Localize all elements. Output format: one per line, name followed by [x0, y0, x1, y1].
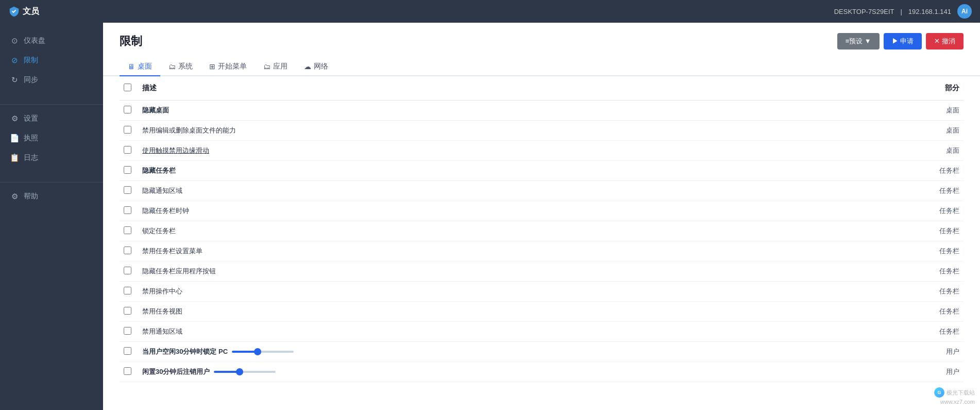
sidebar-label-sync: 同步	[24, 75, 38, 85]
dashboard-icon: ⊙	[10, 37, 19, 45]
avatar[interactable]: Ai	[957, 4, 972, 19]
col-description: 描述	[138, 76, 922, 101]
row-description-text: 使用触摸禁用边缘滑动	[142, 146, 209, 154]
restrictions-icon: ⊘	[10, 56, 19, 64]
sidebar-label-settings: 设置	[24, 114, 38, 123]
row-5-checkbox[interactable]	[124, 186, 131, 194]
preset-button[interactable]: ≡预设 ▼	[837, 33, 880, 50]
watermark-logo: G 极光下载站	[934, 387, 975, 398]
desktop-tab-label: 桌面	[138, 62, 152, 71]
divider1	[0, 104, 103, 105]
divider2	[0, 182, 103, 183]
row-description-text: 隐藏任务栏	[142, 167, 176, 174]
start-menu-tab-label: 开始菜单	[218, 62, 247, 71]
table-row: 禁用任务视图任务栏	[120, 302, 964, 322]
spacer1	[0, 90, 103, 100]
tabs: 🖥 桌面 🗂 系统 ⊞ 开始菜单 🗂 应用 ☁ 网络	[103, 50, 980, 76]
row-7-checkbox[interactable]	[124, 226, 131, 234]
row-section: 任务栏	[922, 161, 964, 181]
hostname: DESKTOP-7S29EIT	[834, 8, 894, 15]
row-checkbox-cell	[120, 101, 138, 121]
row-2-checkbox[interactable]	[124, 126, 131, 134]
tab-system[interactable]: 🗂 系统	[160, 58, 201, 76]
sidebar-item-sync[interactable]: ↻ 同步	[0, 70, 103, 90]
row-description: 禁用操作中心	[138, 282, 922, 302]
header-actions: ≡预设 ▼ ▶ 申请 ✕ 撤消	[837, 33, 964, 50]
row-description: 当用户空闲30分钟时锁定 PC	[138, 342, 922, 362]
row-description-text: 禁用通知区域	[142, 327, 182, 335]
spacer2	[0, 168, 103, 178]
sidebar-item-restrictions[interactable]: ⊘ 限制	[0, 51, 103, 70]
select-all-checkbox[interactable]	[124, 84, 131, 91]
row-13-slider[interactable]	[232, 351, 294, 353]
row-6-checkbox[interactable]	[124, 206, 131, 214]
table-row: 隐藏任务栏任务栏	[120, 161, 964, 181]
row-description: 使用触摸禁用边缘滑动	[138, 141, 922, 161]
app-title: 文员	[23, 6, 39, 17]
row-checkbox-cell	[120, 282, 138, 302]
row-checkbox-cell	[120, 121, 138, 141]
row-description-text: 隐藏任务栏应用程序按钮	[142, 267, 216, 275]
row-3-checkbox[interactable]	[124, 146, 131, 154]
row-checkbox-cell	[120, 221, 138, 241]
network-tab-icon: ☁	[304, 62, 311, 71]
sidebar-item-license[interactable]: 📄 执照	[0, 128, 103, 148]
page-title: 限制	[120, 34, 142, 49]
row-9-checkbox[interactable]	[124, 267, 131, 274]
table-row: 锁定任务栏任务栏	[120, 221, 964, 241]
start-menu-tab-icon: ⊞	[209, 62, 215, 71]
tab-apps[interactable]: 🗂 应用	[255, 58, 296, 76]
sidebar-item-settings[interactable]: ⚙ 设置	[0, 109, 103, 128]
settings-icon: ⚙	[10, 114, 19, 123]
row-10-checkbox[interactable]	[124, 287, 131, 294]
row-section: 用户	[922, 362, 964, 382]
row-description: 隐藏任务栏	[138, 161, 922, 181]
row-description: 禁用通知区域	[138, 322, 922, 342]
row-description-text: 禁用编辑或删除桌面文件的能力	[142, 126, 236, 134]
table-row: 隐藏任务栏应用程序按钮任务栏	[120, 261, 964, 282]
row-checkbox-cell	[120, 161, 138, 181]
row-12-checkbox[interactable]	[124, 327, 131, 335]
table-row: 使用触摸禁用边缘滑动桌面	[120, 141, 964, 161]
row-checkbox-cell	[120, 141, 138, 161]
row-section: 任务栏	[922, 302, 964, 322]
row-checkbox-cell	[120, 241, 138, 261]
sidebar-item-help[interactable]: ⚙ 帮助	[0, 187, 103, 206]
table-row: 当用户空闲30分钟时锁定 PC用户	[120, 342, 964, 362]
table-row: 隐藏任务栏时钟任务栏	[120, 201, 964, 221]
watermark-url: www.xz7.com	[940, 399, 975, 405]
row-description: 禁用任务视图	[138, 302, 922, 322]
col-checkbox	[120, 76, 138, 101]
row-section: 任务栏	[922, 201, 964, 221]
sidebar-label-dashboard: 仪表盘	[24, 36, 45, 45]
table-row: 禁用编辑或删除桌面文件的能力桌面	[120, 121, 964, 141]
row-11-checkbox[interactable]	[124, 307, 131, 315]
sidebar-item-dashboard[interactable]: ⊙ 仪表盘	[0, 31, 103, 51]
tab-network[interactable]: ☁ 网络	[296, 58, 336, 76]
app-logo: 文员	[8, 6, 39, 17]
separator: |	[900, 8, 902, 15]
row-14-slider[interactable]	[214, 371, 276, 373]
row-description-text: 隐藏桌面	[142, 106, 169, 114]
row-section: 桌面	[922, 121, 964, 141]
row-13-checkbox[interactable]	[124, 347, 131, 355]
apps-tab-icon: 🗂	[263, 62, 271, 71]
sidebar-item-logs[interactable]: 📋 日志	[0, 148, 103, 168]
apply-button[interactable]: ▶ 申请	[884, 33, 922, 50]
tab-desktop[interactable]: 🖥 桌面	[120, 58, 160, 76]
apps-tab-label: 应用	[273, 62, 288, 71]
row-description: 禁用编辑或删除桌面文件的能力	[138, 121, 922, 141]
row-description: 隐藏任务栏应用程序按钮	[138, 261, 922, 282]
row-4-checkbox[interactable]	[124, 166, 131, 174]
row-description-text: 禁用任务栏设置菜单	[142, 247, 202, 255]
table-row: 隐藏通知区域任务栏	[120, 181, 964, 201]
row-8-checkbox[interactable]	[124, 247, 131, 254]
col-section: 部分	[922, 76, 964, 101]
row-description-text: 锁定任务栏	[142, 227, 176, 235]
tab-start-menu[interactable]: ⊞ 开始菜单	[201, 58, 255, 76]
row-14-checkbox[interactable]	[124, 367, 131, 375]
row-1-checkbox[interactable]	[124, 106, 131, 113]
cancel-button[interactable]: ✕ 撤消	[926, 33, 964, 50]
slider-container: 闲置30分钟后注销用户	[142, 367, 918, 376]
row-description-text: 禁用任务视图	[142, 307, 182, 315]
